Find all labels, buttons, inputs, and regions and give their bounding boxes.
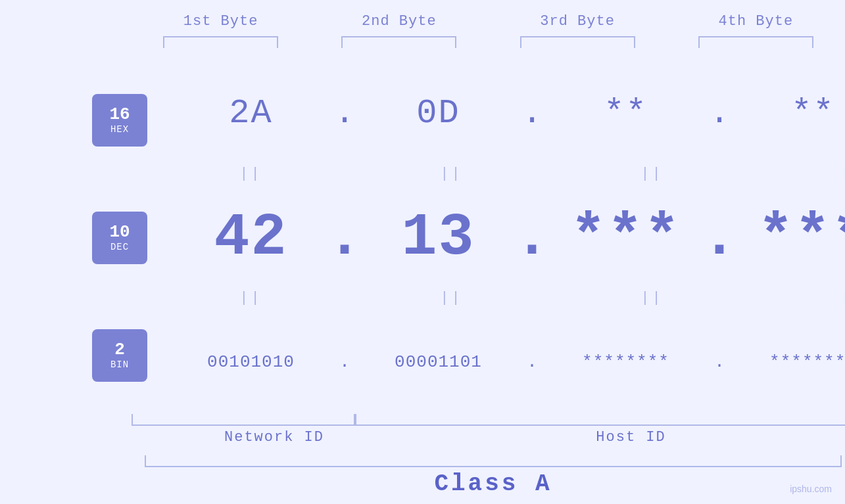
bin-val-4: ******** bbox=[769, 352, 845, 372]
dec-cell-1: 42 bbox=[160, 204, 341, 271]
top-bracket-4 bbox=[667, 36, 845, 48]
hex-val-4: ** bbox=[791, 94, 834, 133]
equals-row-2: || || || || bbox=[160, 290, 845, 306]
top-bracket-3 bbox=[489, 36, 667, 48]
host-bracket bbox=[355, 414, 845, 426]
dec-row: 42 . 13 . *** . *** bbox=[160, 185, 845, 290]
network-bracket bbox=[132, 414, 355, 426]
badges-column: 16 HEX 10 DEC 2 BIN bbox=[92, 61, 160, 414]
bin-val-3: ******** bbox=[582, 352, 669, 372]
byte-headers: 1st Byte 2nd Byte 3rd Byte 4th Byte bbox=[132, 13, 845, 30]
top-bracket-1 bbox=[132, 36, 310, 48]
dec-cell-2: 13 bbox=[348, 204, 529, 271]
eq-1-3: || bbox=[562, 166, 742, 182]
id-labels-row: Network ID Host ID bbox=[132, 429, 845, 446]
dec-val-3: *** bbox=[570, 204, 681, 271]
hex-cell-4: ** bbox=[723, 94, 845, 133]
badge-bin-number: 2 bbox=[114, 340, 125, 359]
hex-val-1: 2A bbox=[229, 94, 272, 133]
top-bracket-inner-2 bbox=[341, 36, 456, 48]
badge-hex-number: 16 bbox=[109, 105, 130, 124]
main-container: 1st Byte 2nd Byte 3rd Byte 4th Byte 16 H… bbox=[0, 0, 845, 504]
top-bracket-inner-4 bbox=[698, 36, 813, 48]
badge-hex-label: HEX bbox=[110, 124, 129, 135]
eq-2-4: || bbox=[762, 290, 845, 306]
dec-cell-4: *** bbox=[723, 204, 845, 271]
badge-bin: 2 BIN bbox=[92, 329, 147, 382]
top-bracket-2 bbox=[310, 36, 488, 48]
bin-cell-2: 00001101 bbox=[348, 352, 529, 372]
hex-val-3: ** bbox=[604, 94, 647, 133]
bottom-area: Network ID Host ID Class A bbox=[132, 414, 845, 497]
dec-cell-3: *** bbox=[535, 204, 716, 271]
hex-cell-2: 0D bbox=[348, 94, 529, 133]
byte-header-3: 3rd Byte bbox=[489, 13, 667, 30]
byte-header-2: 2nd Byte bbox=[310, 13, 488, 30]
bin-row: 00101010 . 00001101 . ******** . *******… bbox=[160, 309, 845, 414]
bin-cell-4: ******** bbox=[723, 352, 845, 372]
top-brackets bbox=[132, 36, 845, 48]
top-bracket-inner-3 bbox=[520, 36, 635, 48]
watermark: ipshu.com bbox=[790, 484, 832, 494]
hex-cell-1: 2A bbox=[160, 94, 341, 133]
eq-2-3: || bbox=[562, 290, 742, 306]
host-bracket-inner bbox=[355, 414, 845, 426]
hex-cell-3: ** bbox=[535, 94, 716, 133]
equals-row-1: || || || || bbox=[160, 166, 845, 182]
bin-cell-1: 00101010 bbox=[160, 352, 341, 372]
badge-dec-number: 10 bbox=[109, 223, 130, 242]
dec-val-4: *** bbox=[758, 204, 845, 271]
eq-1-1: || bbox=[160, 166, 341, 182]
values-area: 2A . 0D . ** . ** || || bbox=[160, 61, 845, 414]
bin-cell-3: ******** bbox=[535, 352, 716, 372]
eq-1-4: || bbox=[762, 166, 845, 182]
dec-val-1: 42 bbox=[214, 204, 287, 271]
network-id-label: Network ID bbox=[132, 429, 417, 446]
eq-2-1: || bbox=[160, 290, 341, 306]
badge-dec-label: DEC bbox=[110, 242, 129, 252]
host-id-label: Host ID bbox=[417, 429, 845, 446]
class-bracket-inner bbox=[145, 455, 842, 467]
badge-dec: 10 DEC bbox=[92, 212, 147, 264]
bin-val-1: 00101010 bbox=[207, 352, 295, 372]
class-label: Class A bbox=[132, 470, 845, 497]
eq-2-2: || bbox=[361, 290, 542, 306]
badge-bin-label: BIN bbox=[110, 359, 129, 370]
top-bracket-inner-1 bbox=[163, 36, 278, 48]
bin-val-2: 00001101 bbox=[395, 352, 482, 372]
badge-hex: 16 HEX bbox=[92, 94, 147, 147]
hex-row: 2A . 0D . ** . ** bbox=[160, 61, 845, 166]
hex-val-2: 0D bbox=[416, 94, 460, 133]
eq-1-2: || bbox=[361, 166, 542, 182]
byte-header-4: 4th Byte bbox=[667, 13, 845, 30]
dec-val-2: 13 bbox=[401, 204, 475, 271]
bottom-brackets-row bbox=[132, 414, 845, 426]
network-bracket-inner bbox=[132, 414, 355, 426]
byte-header-1: 1st Byte bbox=[132, 13, 310, 30]
class-bracket bbox=[132, 455, 845, 467]
